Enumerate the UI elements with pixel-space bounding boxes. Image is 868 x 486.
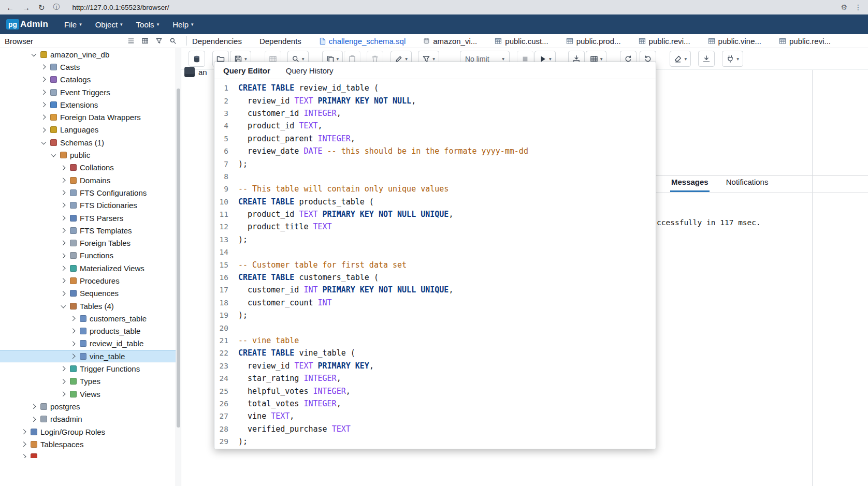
- tree-item-collations[interactable]: Collations: [0, 161, 181, 174]
- chevron-right-icon[interactable]: [40, 126, 47, 133]
- tab-public-cust[interactable]: public.cust...: [495, 37, 548, 46]
- tree-item-functions[interactable]: Functions: [0, 249, 181, 262]
- tree-item-amazon-vine-db[interactable]: amazon_vine_db: [0, 48, 181, 61]
- chevron-right-icon[interactable]: [60, 240, 67, 246]
- chevron-right-icon[interactable]: [21, 429, 27, 435]
- download-button[interactable]: [698, 51, 715, 67]
- grid-icon[interactable]: [141, 37, 149, 45]
- connection-button[interactable]: ▾: [722, 51, 743, 67]
- query-tab-fragment[interactable]: an: [184, 67, 207, 77]
- chevron-down-icon[interactable]: ▾: [549, 56, 552, 62]
- tree-item-sequences[interactable]: Sequences: [0, 287, 181, 300]
- menu-help[interactable]: Help▾: [167, 17, 199, 32]
- tab-notifications[interactable]: Notifications: [725, 178, 770, 192]
- chevron-down-icon[interactable]: [40, 139, 47, 146]
- url-text[interactable]: http://127.0.0.1:65523/browser/: [73, 4, 169, 11]
- tree-item-postgres[interactable]: postgres: [0, 400, 181, 413]
- tree-item-review-id-table[interactable]: review_id_table: [0, 337, 181, 350]
- chevron-right-icon[interactable]: [40, 89, 47, 96]
- tree-item-tables-4[interactable]: Tables (4): [0, 300, 181, 312]
- tree-item-tablespaces[interactable]: Tablespaces: [0, 438, 181, 450]
- more-options-icon[interactable]: ⋮: [855, 3, 862, 11]
- chevron-right-icon[interactable]: [60, 290, 67, 297]
- tree-item-fts-parsers[interactable]: FTS Parsers: [0, 212, 181, 224]
- chevron-right-icon[interactable]: [31, 416, 37, 422]
- chevron-right-icon[interactable]: [60, 378, 67, 385]
- chevron-down-icon[interactable]: [60, 303, 67, 310]
- menu-file[interactable]: File▾: [59, 17, 88, 32]
- tree-item-foreign-data-wrappers[interactable]: Foreign Data Wrappers: [0, 111, 181, 123]
- tree-item-views[interactable]: Views: [0, 388, 181, 400]
- chevron-right-icon[interactable]: [40, 76, 47, 83]
- tree-item-vine-table[interactable]: vine_table: [0, 350, 181, 362]
- tab-public-revi[interactable]: public.revi...: [779, 37, 831, 46]
- tab-dependents[interactable]: Dependents: [259, 37, 301, 46]
- tree-item-public[interactable]: public: [0, 149, 181, 161]
- sql-editor[interactable]: 1CREATE TABLE review_id_table (2 review_…: [214, 79, 656, 448]
- tree-item-trigger-functions[interactable]: Trigger Functions: [0, 362, 181, 375]
- tree-item-languages[interactable]: Languages: [0, 124, 181, 136]
- tree-item-casts[interactable]: Casts: [0, 61, 181, 73]
- tab-amazon-vi[interactable]: amazon_vi...: [423, 37, 477, 46]
- chevron-down-icon[interactable]: ▾: [432, 56, 435, 62]
- tree-item-extensions[interactable]: Extensions: [0, 98, 181, 111]
- chevron-right-icon[interactable]: [60, 277, 67, 284]
- back-icon[interactable]: ←: [6, 4, 14, 11]
- chevron-right-icon[interactable]: [31, 403, 37, 410]
- chevron-right-icon[interactable]: [40, 114, 47, 121]
- tree-item-login-group-roles[interactable]: Login/Group Roles: [0, 425, 181, 438]
- chevron-down-icon[interactable]: [31, 51, 37, 58]
- chevron-down-icon[interactable]: ▾: [736, 56, 739, 62]
- chevron-right-icon[interactable]: [60, 177, 67, 184]
- chevron-right-icon[interactable]: [70, 328, 77, 334]
- tab-public-prod[interactable]: public.prod...: [566, 37, 621, 46]
- refresh-icon[interactable]: ↻: [38, 4, 45, 11]
- tree-item-fts-templates[interactable]: FTS Templates: [0, 224, 181, 237]
- query-tool-button[interactable]: [189, 51, 205, 67]
- tab-public-vine[interactable]: public.vine...: [708, 37, 761, 46]
- chevron-right-icon[interactable]: [70, 353, 77, 360]
- pgadmin-logo[interactable]: pg Admin: [6, 19, 48, 30]
- tab-dependencies[interactable]: Dependencies: [192, 37, 242, 46]
- tab-query-history[interactable]: Query History: [286, 66, 334, 75]
- chevron-right-icon[interactable]: [40, 101, 47, 108]
- tree-item-fts-configurations[interactable]: FTS Configurations: [0, 186, 181, 199]
- chevron-right-icon[interactable]: [60, 227, 67, 234]
- chevron-right-icon[interactable]: [40, 64, 47, 70]
- tree-item-fts-dictionaries[interactable]: FTS Dictionaries: [0, 199, 181, 212]
- chevron-right-icon[interactable]: [60, 391, 67, 397]
- tab-messages[interactable]: Messages: [670, 178, 710, 192]
- tab-public-revi[interactable]: public.revi...: [639, 37, 690, 46]
- chevron-right-icon[interactable]: [60, 215, 67, 222]
- chevron-right-icon[interactable]: [21, 441, 27, 448]
- tree-item-customers-table[interactable]: customers_table: [0, 312, 181, 325]
- chevron-right-icon[interactable]: [70, 340, 77, 347]
- settings-icon[interactable]: ⚙: [841, 3, 847, 11]
- tab-query-editor[interactable]: Query Editor: [223, 66, 270, 75]
- chevron-down-icon[interactable]: ▾: [302, 56, 305, 62]
- chevron-right-icon[interactable]: [60, 265, 67, 272]
- chevron-right-icon[interactable]: [70, 315, 77, 322]
- menu-tools[interactable]: Tools▾: [131, 17, 165, 32]
- menu-object[interactable]: Object▾: [90, 17, 128, 32]
- tree-item-foreign-tables[interactable]: Foreign Tables: [0, 237, 181, 249]
- chevron-down-icon[interactable]: [50, 152, 57, 158]
- chevron-down-icon[interactable]: ▾: [337, 56, 339, 62]
- chevron-right-icon[interactable]: [60, 365, 67, 372]
- tab-challenge-schema-sql[interactable]: challenge_schema.sql: [319, 37, 406, 46]
- search-icon[interactable]: [169, 37, 177, 45]
- tree-item-procedures[interactable]: Procedures: [0, 274, 181, 287]
- chevron-right-icon[interactable]: [60, 164, 67, 171]
- tree-item-rdsadmin[interactable]: rdsadmin: [0, 413, 181, 425]
- tree-item-types[interactable]: Types: [0, 375, 181, 388]
- sidebar-scrollbar[interactable]: [176, 48, 181, 486]
- chevron-down-icon[interactable]: ▾: [600, 56, 603, 62]
- tree-item-products-table[interactable]: products_table: [0, 325, 181, 337]
- tree-item-schemas-1[interactable]: Schemas (1): [0, 136, 181, 149]
- servers-icon[interactable]: [127, 37, 135, 45]
- chevron-down-icon[interactable]: ▾: [405, 56, 408, 62]
- chevron-down-icon[interactable]: ▾: [684, 56, 687, 62]
- chevron-right-icon[interactable]: [60, 252, 67, 259]
- tree-item-domains[interactable]: Domains: [0, 174, 181, 186]
- chevron-down-icon[interactable]: ▾: [244, 56, 247, 62]
